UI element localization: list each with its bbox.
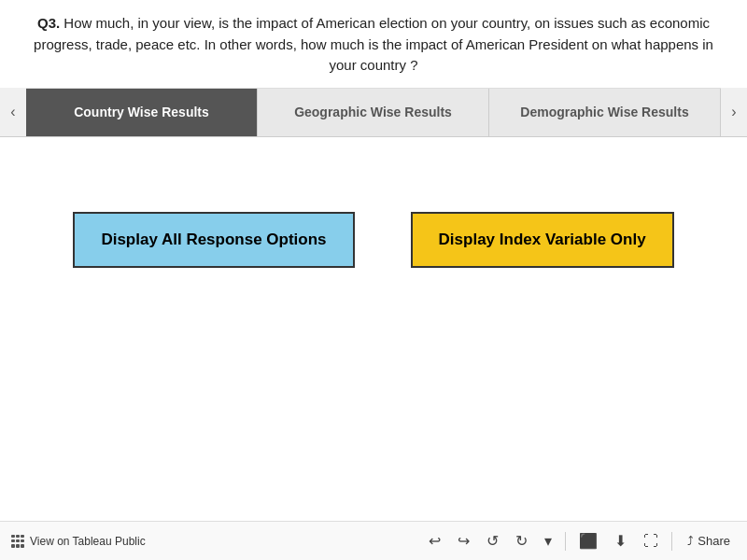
tabs-list: Country Wise Results Geographic Wise Res…: [26, 89, 721, 136]
undo-icon: ↩: [429, 532, 441, 550]
chevron-left-icon: ‹: [10, 104, 15, 120]
share-label: Share: [698, 534, 730, 548]
toolbar-separator: [565, 532, 566, 551]
tab-geographic-label: Geographic Wise Results: [294, 105, 452, 119]
tabs-container: ‹ Country Wise Results Geographic Wise R…: [0, 89, 747, 137]
undo-button[interactable]: ↩: [425, 530, 444, 552]
tableau-icon: [11, 535, 24, 548]
toolbar-separator-2: [671, 532, 672, 551]
brand-label: View on Tableau Public: [30, 535, 146, 548]
tab-geographic-wise[interactable]: Geographic Wise Results: [258, 89, 489, 136]
main-content: Display All Response Options Display Ind…: [0, 137, 747, 305]
display-index-button[interactable]: Display Index Variable Only: [411, 212, 674, 268]
redo-icon: ↪: [458, 532, 470, 550]
forward-icon: ↻: [515, 532, 528, 550]
question-area: Q3. How much, in your view, is the impac…: [0, 0, 747, 89]
tableau-brand: View on Tableau Public: [11, 535, 146, 548]
question-body: How much, in your view, is the impact of…: [34, 15, 713, 73]
download-icon: ⬇: [614, 532, 627, 550]
capture-icon: ⬛: [579, 532, 598, 550]
question-prefix: Q3.: [37, 15, 60, 31]
display-index-label: Display Index Variable Only: [439, 231, 646, 248]
chevron-right-icon: ›: [731, 104, 736, 120]
dropdown-arrow-icon: ▾: [544, 532, 552, 550]
toolbar-actions: ↩ ↪ ↺ ↻ ▾ ⬛ ⬇ ⛶ ⤴: [425, 530, 736, 552]
revert-button[interactable]: ↺: [483, 530, 502, 552]
display-all-button[interactable]: Display All Response Options: [73, 212, 354, 268]
revert-icon: ↺: [486, 532, 499, 550]
forward-button[interactable]: ↻: [512, 530, 531, 552]
download-button[interactable]: ⬇: [611, 530, 630, 552]
tab-country-label: Country Wise Results: [74, 105, 209, 119]
share-icon: ⤴: [687, 534, 694, 548]
capture-button[interactable]: ⬛: [575, 530, 601, 552]
tab-demographic-label: Demographic Wise Results: [520, 105, 688, 119]
tab-country-wise[interactable]: Country Wise Results: [26, 89, 258, 136]
tab-demographic-wise[interactable]: Demographic Wise Results: [489, 89, 721, 136]
fullscreen-icon: ⛶: [643, 533, 658, 550]
question-text: Q3. How much, in your view, is the impac…: [19, 13, 728, 77]
tab-arrow-right[interactable]: ›: [721, 88, 747, 136]
toolbar: View on Tableau Public ↩ ↪ ↺ ↻ ▾ ⬛ ⬇: [0, 521, 747, 560]
tab-arrow-left[interactable]: ‹: [0, 88, 26, 136]
share-button[interactable]: ⤴ Share: [682, 532, 736, 550]
display-all-label: Display All Response Options: [101, 231, 326, 248]
redo-button[interactable]: ↪: [454, 530, 473, 552]
dropdown-arrow-button[interactable]: ▾: [541, 530, 556, 552]
fullscreen-button[interactable]: ⛶: [640, 531, 662, 552]
